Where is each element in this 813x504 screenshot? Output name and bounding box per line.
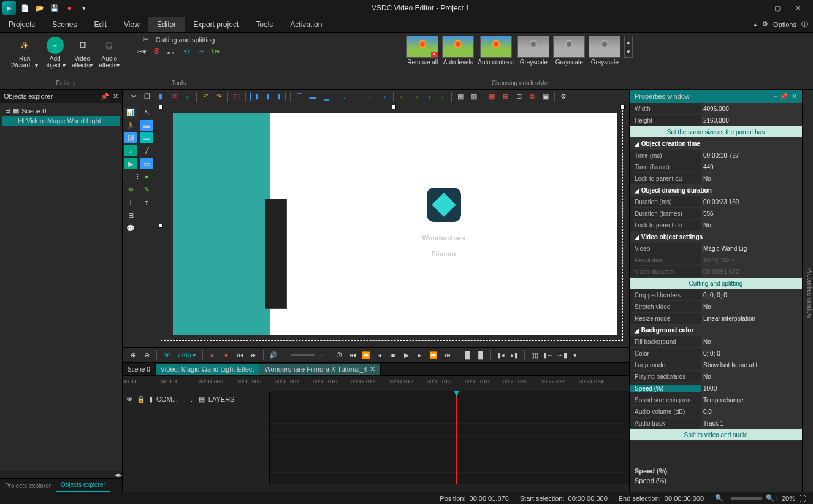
align-right-icon[interactable]: ▮▕ xyxy=(275,91,288,103)
play-icon[interactable]: ▶ xyxy=(401,349,412,361)
redo-icon[interactable]: ↷ xyxy=(213,91,225,103)
timeline-tracks[interactable]: 00:00:23.189 There are no items to show. xyxy=(270,391,629,484)
menu-view[interactable]: View xyxy=(115,17,148,32)
handle-n[interactable] xyxy=(392,105,396,109)
safe-icon[interactable]: ▣ xyxy=(540,91,552,103)
prop-row[interactable]: Height2160.000 xyxy=(630,115,802,126)
prop-action-button[interactable]: Set the same size as the parent has xyxy=(630,126,802,138)
ruler-icon[interactable]: ⧉ xyxy=(526,91,538,103)
prop-section-header[interactable]: ◢ Object creation time xyxy=(630,138,802,150)
goto-end-icon[interactable]: ⏭ xyxy=(441,349,452,361)
prop-section-header[interactable]: ◢ Object drawing duration xyxy=(630,185,802,196)
menu-projects[interactable]: Projects xyxy=(0,17,44,32)
prop-row[interactable]: Width4096.000 xyxy=(630,103,802,115)
prop-row[interactable]: VideoMagic Wand Lig xyxy=(630,243,802,254)
audio-icon[interactable]: ♪ xyxy=(124,145,137,156)
volume-slider[interactable] xyxy=(291,354,315,356)
prop-row[interactable]: Time (frame)449 xyxy=(630,161,802,173)
prop-action-button[interactable]: Split to video and audio xyxy=(630,429,802,441)
same-h-icon[interactable]: ↕ xyxy=(378,91,391,103)
prop-row[interactable]: Playing backwardsNo xyxy=(630,371,802,383)
prop-row[interactable]: Audio volume (dB)0.0 xyxy=(630,406,802,418)
prop-row[interactable]: Time (ms)00:00:18.727 xyxy=(630,150,802,161)
tl-tab-filmora[interactable]: Wondershare Filmora X Tutorial_4✕ xyxy=(259,364,380,375)
rotate90-icon[interactable]: ⟲ xyxy=(180,46,191,57)
options-label[interactable]: Options xyxy=(773,21,796,28)
split-right-icon[interactable]: ▐▌ xyxy=(475,349,486,361)
video-icon[interactable]: ▶ xyxy=(124,158,137,169)
handle-nw[interactable] xyxy=(159,105,163,109)
align-top-icon[interactable]: ▔ xyxy=(293,91,305,103)
rotate270-icon[interactable]: ⟳ xyxy=(195,46,206,57)
snap-icon[interactable]: ⊞ xyxy=(499,91,511,103)
scroll-right-icon[interactable]: ▸ xyxy=(118,471,122,478)
grid-icon[interactable]: ▦ xyxy=(486,91,498,103)
style-auto-contrast[interactable]: Auto contrast xyxy=(478,36,514,66)
side-tab-properties[interactable]: Properties window xyxy=(802,90,813,492)
layout-3-icon[interactable]: →▮ xyxy=(556,349,567,361)
arrow-up-icon[interactable]: ↑ xyxy=(423,91,435,103)
small-t-icon[interactable]: т xyxy=(140,197,153,208)
collapse-icon[interactable]: ⊟ xyxy=(5,107,10,115)
eye-col-icon[interactable]: 👁 xyxy=(126,395,133,403)
record-icon[interactable]: ● xyxy=(65,4,74,12)
gear-toolbar-icon[interactable]: ⚙ xyxy=(557,91,570,103)
prop-section-header[interactable]: ◢ Video object settings xyxy=(630,231,802,243)
prop-row[interactable]: Fill backgroundNo xyxy=(630,336,802,348)
stop-icon[interactable]: ■ xyxy=(387,349,399,361)
zoom-out-status-icon[interactable]: 🔍− xyxy=(715,494,727,502)
select-all-icon[interactable]: ⬚ xyxy=(231,91,243,103)
tree-video[interactable]: 🎞Video: Magic Wand Light xyxy=(2,116,120,126)
style-auto-levels[interactable]: Auto levels xyxy=(442,36,474,66)
prop-row[interactable]: Duration (frames)556 xyxy=(630,208,802,220)
cut-icon[interactable]: ✂ xyxy=(128,91,140,103)
prop-row[interactable]: Resize modeLinear interpolation xyxy=(630,313,802,324)
markers-icon[interactable]: ⦿ xyxy=(151,46,162,57)
goto-start-icon[interactable]: ⏮ xyxy=(347,349,358,361)
prop-row[interactable]: Speed (%)1000 xyxy=(630,383,802,394)
menu-scenes[interactable]: Scenes xyxy=(44,17,85,32)
close-icon[interactable]: ✕ xyxy=(795,4,801,12)
marker-in-icon[interactable]: ▮◂ xyxy=(495,349,506,361)
more-icon[interactable]: ▾ xyxy=(80,4,88,12)
chart-icon[interactable]: 📊 xyxy=(124,107,137,118)
style-grayscale-1[interactable]: Grayscale xyxy=(517,36,549,66)
lock-col-icon[interactable]: 🔒 xyxy=(137,395,145,403)
style-grayscale-2[interactable]: Grayscale xyxy=(553,36,585,66)
tl-tab-scene0[interactable]: Scene 0 xyxy=(123,364,156,375)
flag-col-icon[interactable]: ▮ xyxy=(149,395,153,403)
arrow-left-icon[interactable]: ← xyxy=(396,91,408,103)
handle-w[interactable] xyxy=(159,224,163,228)
line-icon[interactable]: ╱ xyxy=(140,145,153,156)
menu-tools[interactable]: Tools xyxy=(247,17,281,32)
resolution-dropdown[interactable]: 720p ▾ xyxy=(175,352,198,359)
circle-icon[interactable]: ○ xyxy=(181,91,194,103)
pin-icon[interactable]: ↔📌 xyxy=(773,93,788,101)
crop-icon[interactable]: ⟁▾ xyxy=(166,46,177,57)
marker-out-icon[interactable]: ▸▮ xyxy=(509,349,520,361)
split-left-icon[interactable]: ▐▌ xyxy=(462,349,473,361)
expand-icon[interactable]: ⛶ xyxy=(799,495,806,502)
cursor-icon[interactable]: ↖ xyxy=(140,107,153,118)
same-w-icon[interactable]: ↔ xyxy=(365,91,377,103)
align-center-icon[interactable]: ▮ xyxy=(262,91,274,103)
preview-canvas[interactable]: WondershareFilmora xyxy=(155,104,629,347)
menu-export[interactable]: Export project xyxy=(185,17,247,32)
record-dot-icon[interactable]: ● xyxy=(221,349,232,361)
prop-row[interactable]: Cropped borders0; 0; 0; 0 xyxy=(630,289,802,301)
group-icon[interactable]: ▦ xyxy=(454,91,467,103)
add-object-button[interactable]: ＋Add object ▾ xyxy=(43,36,66,70)
prop-row[interactable]: Audio trackTrack 1 xyxy=(630,418,802,429)
list-icon[interactable]: ▤ xyxy=(199,395,205,403)
tab-projects-explorer[interactable]: Projects explorer xyxy=(0,480,56,492)
image-icon[interactable]: 🖼 xyxy=(124,132,137,143)
dist-v-icon[interactable]: ⋯ xyxy=(351,91,364,103)
timer-icon[interactable]: ⏱ xyxy=(334,349,345,361)
text-icon[interactable]: T xyxy=(124,197,137,208)
prop-row[interactable]: Stretch videoNo xyxy=(630,301,802,313)
chat-icon[interactable]: 💬 xyxy=(124,223,137,234)
close-panel-icon[interactable]: ✕ xyxy=(113,93,118,101)
skip-back-icon[interactable]: ⏮ xyxy=(234,349,245,361)
handle-ne[interactable] xyxy=(620,105,625,109)
layout-1-icon[interactable]: ▯▯ xyxy=(529,349,540,361)
